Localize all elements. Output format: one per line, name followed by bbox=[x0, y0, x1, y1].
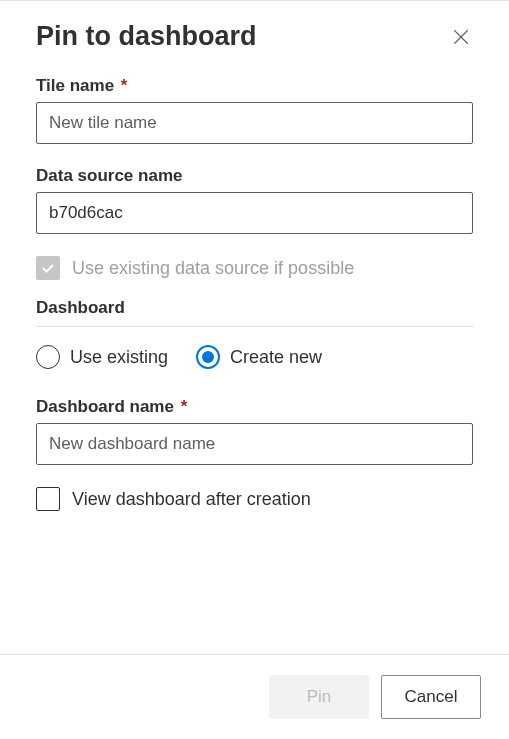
data-source-field: Data source name bbox=[36, 166, 473, 234]
dashboard-name-input[interactable] bbox=[36, 423, 473, 465]
dashboard-name-label: Dashboard name * bbox=[36, 397, 473, 417]
view-after-row[interactable]: View dashboard after creation bbox=[36, 487, 473, 511]
data-source-input[interactable] bbox=[36, 192, 473, 234]
dialog-title: Pin to dashboard bbox=[36, 21, 257, 52]
use-existing-source-label: Use existing data source if possible bbox=[72, 258, 354, 279]
tile-name-input[interactable] bbox=[36, 102, 473, 144]
dashboard-name-field: Dashboard name * bbox=[36, 397, 473, 465]
radio-use-existing-label: Use existing bbox=[70, 347, 168, 368]
close-button[interactable] bbox=[449, 25, 473, 49]
radio-circle-unselected bbox=[36, 345, 60, 369]
use-existing-source-checkbox bbox=[36, 256, 60, 280]
radio-dot bbox=[202, 351, 214, 363]
required-indicator: * bbox=[181, 397, 188, 416]
checkmark-icon bbox=[40, 260, 56, 276]
radio-use-existing[interactable]: Use existing bbox=[36, 345, 168, 369]
dashboard-radio-group: Use existing Create new bbox=[36, 345, 473, 369]
radio-circle-selected bbox=[196, 345, 220, 369]
section-divider bbox=[36, 326, 473, 327]
use-existing-source-row: Use existing data source if possible bbox=[36, 256, 473, 280]
tile-name-label: Tile name * bbox=[36, 76, 473, 96]
data-source-label: Data source name bbox=[36, 166, 473, 186]
required-indicator: * bbox=[121, 76, 128, 95]
cancel-button[interactable]: Cancel bbox=[381, 675, 481, 719]
dialog-footer: Pin Cancel bbox=[0, 654, 509, 739]
tile-name-field: Tile name * bbox=[36, 76, 473, 144]
pin-button[interactable]: Pin bbox=[269, 675, 369, 719]
dialog-header: Pin to dashboard bbox=[36, 21, 473, 52]
close-icon bbox=[452, 28, 470, 46]
dashboard-section-label: Dashboard bbox=[36, 298, 473, 318]
radio-create-new-label: Create new bbox=[230, 347, 322, 368]
radio-create-new[interactable]: Create new bbox=[196, 345, 322, 369]
view-after-label: View dashboard after creation bbox=[72, 489, 311, 510]
pin-dashboard-dialog: Pin to dashboard Tile name * Data source… bbox=[0, 1, 509, 549]
view-after-checkbox[interactable] bbox=[36, 487, 60, 511]
